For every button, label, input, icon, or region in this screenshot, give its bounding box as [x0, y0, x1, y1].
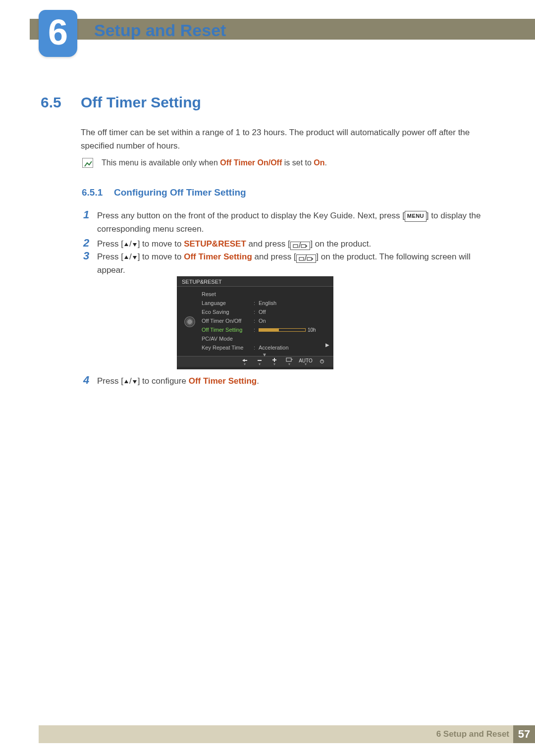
svg-marker-5 — [133, 256, 137, 259]
svg-marker-16 — [133, 380, 137, 384]
gear-icon — [185, 317, 194, 326]
svg-rect-12 — [286, 358, 291, 361]
subsection-number: 6.5.1 — [82, 187, 103, 198]
footer-chapter: 6 Setup and Reset — [436, 729, 509, 739]
chapter-number-tab: 6 — [39, 10, 77, 57]
svg-rect-7 — [307, 257, 312, 260]
note-bold2: On — [314, 158, 324, 167]
osd-plus-icon: ▾ — [267, 357, 282, 366]
svg-marker-4 — [124, 255, 128, 259]
step-body: Press [/] to move to SETUP&RESET and pre… — [97, 237, 495, 251]
note-mid: is set to — [282, 158, 314, 167]
svg-rect-11 — [272, 359, 276, 360]
step-number: 2 — [83, 237, 97, 249]
svg-marker-15 — [124, 380, 128, 383]
osd-title: SETUP&RESET — [177, 276, 333, 287]
right-arrow-icon: ▶ — [325, 342, 329, 348]
osd-enter-icon: ▾ — [282, 357, 297, 366]
note-suffix: . — [325, 158, 327, 167]
osd-auto-label: AUTO▾ — [297, 358, 315, 366]
step-number: 1 — [83, 209, 97, 221]
section-title: Off Timer Setting — [81, 94, 201, 111]
up-down-icon: / — [123, 252, 138, 261]
chapter-title: Setup and Reset — [94, 21, 226, 40]
page-number: 57 — [513, 725, 535, 743]
subsection-title: Configuring Off Timer Setting — [114, 187, 246, 198]
osd-row: Eco Saving:Off — [199, 307, 327, 316]
step-1: 1 Press any button on the front of the p… — [83, 209, 495, 236]
note-text: This menu is available only when Off Tim… — [102, 158, 495, 167]
svg-rect-9 — [258, 360, 262, 361]
osd-power-icon — [315, 359, 329, 365]
select-source-icon: / — [290, 242, 311, 250]
intro-paragraph: The off timer can be set within a range … — [81, 126, 495, 152]
down-arrow-icon: ▼ — [202, 352, 327, 358]
svg-rect-14 — [322, 359, 322, 361]
osd-menu-list: Reset Language:English Eco Saving:Off Of… — [199, 290, 327, 354]
osd-row: Language:English — [199, 299, 327, 307]
svg-rect-3 — [301, 245, 306, 248]
step-body: Press [/] to move to Off Timer Setting a… — [97, 250, 495, 277]
osd-row: PC/AV Mode — [199, 334, 327, 343]
step-2: 2 Press [/] to move to SETUP&RESET and p… — [83, 237, 495, 251]
svg-marker-8 — [242, 359, 247, 362]
osd-screenshot: SETUP&RESET Reset Language:English Eco S… — [177, 276, 333, 369]
osd-row-selected: Off Timer Setting:10h — [199, 325, 327, 334]
svg-rect-6 — [299, 257, 304, 260]
note-bold1: Off Timer On/Off — [220, 158, 282, 167]
osd-body: Reset Language:English Eco Saving:Off Of… — [177, 287, 333, 356]
up-down-icon: / — [123, 376, 138, 386]
note-icon — [82, 158, 93, 168]
osd-minus-icon: ▾ — [252, 358, 267, 366]
osd-back-icon: ▾ — [237, 358, 252, 366]
step-body: Press [/] to configure Off Timer Setting… — [97, 374, 495, 388]
footer-band: 6 Setup and Reset 57 — [39, 725, 535, 743]
step-bold: Off Timer Setting — [189, 376, 257, 386]
osd-row: Off Timer On/Off:On — [199, 316, 327, 325]
menu-badge: MENU — [405, 211, 427, 222]
slider-icon — [259, 328, 306, 332]
section-number: 6.5 — [41, 94, 61, 111]
osd-footer: ▾ ▾ ▾ ▾ AUTO▾ — [177, 356, 333, 367]
step-number: 3 — [83, 250, 97, 262]
osd-icon-column — [183, 290, 197, 354]
up-down-icon: / — [123, 239, 138, 249]
svg-marker-0 — [124, 243, 128, 246]
step-bold: Off Timer Setting — [184, 252, 252, 261]
step-bold: SETUP&RESET — [184, 239, 246, 249]
step-body: Press any button on the front of the pro… — [97, 209, 495, 236]
svg-rect-2 — [293, 245, 298, 248]
note-prefix: This menu is available only when — [102, 158, 220, 167]
osd-row: Key Repeat Time:Acceleration — [199, 343, 327, 352]
step-4: 4 Press [/] to configure Off Timer Setti… — [83, 374, 495, 388]
select-source-icon: / — [296, 254, 317, 263]
svg-marker-1 — [133, 243, 137, 247]
osd-row: Reset — [199, 290, 327, 299]
step-3: 3 Press [/] to move to Off Timer Setting… — [83, 250, 495, 277]
step-number: 4 — [83, 374, 97, 386]
